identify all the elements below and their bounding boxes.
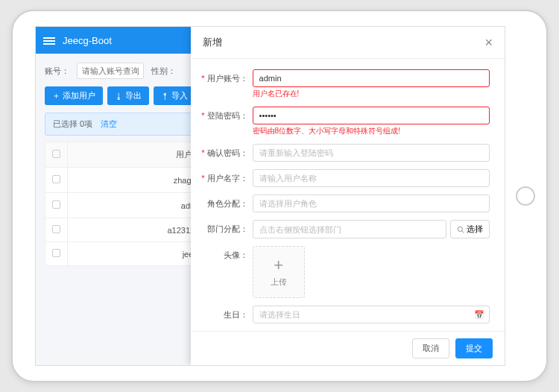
confirm-password-input[interactable] (253, 144, 490, 162)
gender-label: 性别： (151, 66, 176, 77)
modal-drawer: 新增 × 用户账号： 用户名已存在! 登陆密码： 密码由8位数字、大小写字母和特… (191, 27, 505, 365)
row-checkbox[interactable] (52, 175, 60, 183)
add-user-button[interactable]: ＋ 添加用户 (45, 86, 103, 105)
export-button[interactable]: ⭳ 导出 (107, 86, 149, 105)
home-button[interactable] (516, 186, 535, 206)
account-error: 用户名已存在! (253, 89, 490, 99)
cancel-button[interactable]: 取消 (412, 338, 449, 358)
label-dept: 部门分配： (197, 220, 253, 235)
svg-line-1 (462, 230, 464, 233)
account-label: 账号： (45, 66, 69, 77)
row-checkbox[interactable] (52, 225, 60, 233)
close-icon[interactable]: × (484, 36, 493, 49)
app-screen: Jeecg-Boot 账号： 性别： ＋ 添加用户 ⭳ 导出 ⭱ 导入 已选择 … (35, 26, 505, 366)
row-checkbox[interactable] (52, 249, 60, 257)
modal-title: 新增 (203, 36, 222, 49)
app-title: Jeecg-Boot (63, 35, 112, 46)
select-all-checkbox[interactable] (52, 150, 60, 158)
password-input[interactable] (253, 107, 490, 124)
label-confirm: 确认密码： (197, 144, 253, 159)
device-frame: Jeecg-Boot 账号： 性别： ＋ 添加用户 ⭳ 导出 ⭱ 导入 已选择 … (11, 10, 548, 382)
import-button[interactable]: ⭱ 导入 (154, 86, 195, 105)
account-search-input[interactable] (77, 63, 144, 79)
label-name: 用户名字： (197, 169, 253, 184)
avatar-upload[interactable]: + 上传 (253, 246, 305, 298)
label-birthday: 生日： (197, 306, 253, 320)
role-select[interactable] (253, 195, 490, 212)
clear-selection-link[interactable]: 清空 (101, 119, 117, 128)
label-avatar: 头像： (197, 246, 253, 261)
modal-footer: 取消 提交 (191, 331, 505, 365)
modal-body: 用户账号： 用户名已存在! 登陆密码： 密码由8位数字、大小写字母和特殊符号组成… (191, 59, 505, 331)
menu-icon[interactable] (43, 36, 55, 45)
label-role: 角色分配： (197, 195, 253, 209)
search-icon (457, 226, 464, 233)
submit-button[interactable]: 提交 (455, 338, 493, 358)
label-password: 登陆密码： (197, 107, 253, 121)
birthday-input[interactable] (253, 306, 490, 323)
label-account: 用户账号： (197, 69, 253, 84)
name-input[interactable] (253, 169, 490, 187)
dept-select-button[interactable]: 选择 (450, 220, 490, 238)
password-error: 密码由8位数字、大小写字母和特殊符号组成! (253, 126, 490, 136)
svg-point-0 (458, 227, 462, 231)
account-input[interactable] (253, 69, 490, 87)
plus-icon: + (274, 257, 283, 274)
dept-input[interactable] (253, 220, 446, 238)
row-checkbox[interactable] (52, 200, 60, 209)
modal-header: 新增 × (191, 27, 505, 59)
